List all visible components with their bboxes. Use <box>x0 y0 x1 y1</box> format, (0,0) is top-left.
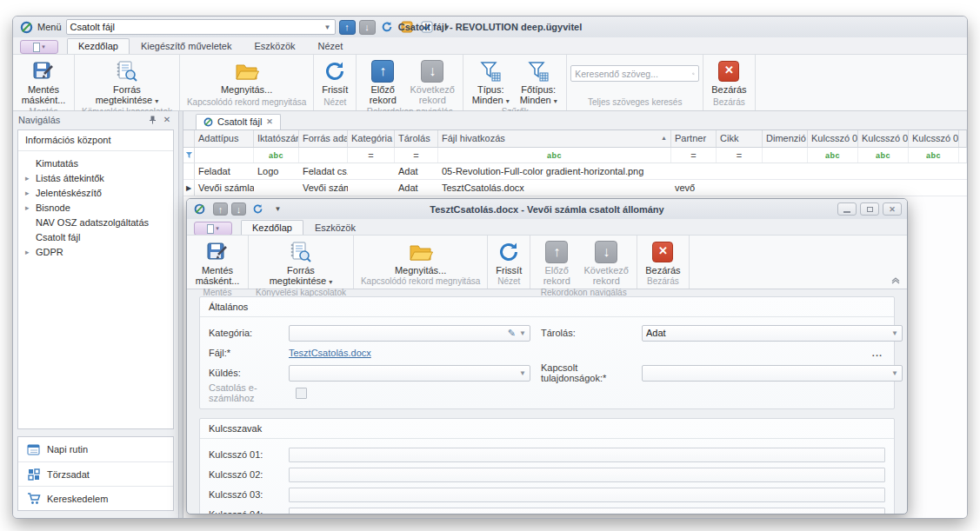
column-header[interactable]: Kulcsszó 01 <box>808 130 858 147</box>
browse-button[interactable]: ... <box>870 348 885 358</box>
pin-button[interactable] <box>146 114 158 126</box>
filter-cell[interactable]: = <box>395 148 438 163</box>
table-row[interactable]: ▶Vevői számlaVevői szám...AdatTesztCsato… <box>183 180 967 196</box>
pencil-icon[interactable]: ✎ <box>508 328 516 339</box>
column-header[interactable]: Dimenzió <box>763 130 808 147</box>
source-view-button[interactable]: Forrás megtekintése ▾ <box>81 57 173 107</box>
expand-arrow-icon[interactable]: ▸ <box>25 248 36 256</box>
dialog-tab-kezdolap[interactable]: Kezdőlap <box>241 220 303 236</box>
keyword-input-02[interactable] <box>289 468 885 482</box>
filter-cell[interactable]: abc <box>254 148 299 163</box>
filter-cell[interactable]: abc <box>858 148 909 163</box>
source-view-button[interactable]: Forrás megtekintése ▾ <box>255 238 347 288</box>
filter-cell[interactable] <box>195 148 254 163</box>
prev-record-button[interactable]: ↑ Előző rekord <box>534 238 579 288</box>
tree-item[interactable]: NAV OSZ adatszolgáltatás <box>18 215 173 229</box>
maintype-filter-button[interactable]: Főtípus: Minden ▾ <box>514 57 563 107</box>
prev-record-button[interactable]: ↑ Előző rekord <box>360 57 405 107</box>
menu-combobox[interactable]: Csatolt fájl ▼ <box>66 19 336 35</box>
next-record-button[interactable]: ↓ Következő rekord <box>579 238 633 288</box>
keyword-input-03[interactable] <box>289 488 885 502</box>
column-header[interactable]: Forrás ada... <box>299 130 348 147</box>
expand-arrow-icon[interactable]: ▸ <box>25 174 36 183</box>
save-as-button[interactable]: Mentés másként... <box>190 238 244 288</box>
sidebar-item-napi-rutin[interactable]: Napi rutin <box>18 437 173 461</box>
tree-item[interactable]: ▸GDPR <box>18 244 173 259</box>
dialog-tab-eszkozok[interactable]: Eszközök <box>303 220 367 236</box>
file-link[interactable]: TesztCsatolás.docx <box>289 348 371 358</box>
column-header[interactable]: Kategória <box>348 130 395 147</box>
file-menu-button[interactable]: ▾ <box>20 40 58 54</box>
filter-cell[interactable]: = <box>671 148 717 163</box>
column-header[interactable]: Cikk <box>717 130 763 147</box>
tab-kezdolap[interactable]: Kezdőlap <box>67 38 130 54</box>
column-header[interactable]: Iktatószám <box>254 130 299 147</box>
column-header[interactable]: Fájl hivatkozás▲ <box>438 130 671 147</box>
next-record-quick-button[interactable]: ↓ <box>359 20 376 35</box>
tree-item[interactable]: ▸Jelentéskészítő <box>18 185 173 200</box>
tab-kiegeszito-muveletek[interactable]: Kiegészítő műveletek <box>130 38 243 54</box>
table-row[interactable]: FeladatLogoFeladat cs...Adat05-Revolutio… <box>183 163 967 180</box>
type-filter-button[interactable]: Típus: Minden ▾ <box>467 57 514 107</box>
tree-item[interactable]: ▸Listás áttekintők <box>18 170 173 185</box>
document-tab-csatolt-fajl[interactable]: Csatolt fájl ✕ <box>196 114 281 129</box>
filter-cell[interactable]: abc <box>438 148 671 163</box>
search-input[interactable] <box>575 69 692 79</box>
column-header[interactable]: Kulcsszó 03 <box>909 130 959 147</box>
sidebar-item-kereskedelem[interactable]: Kereskedelem <box>18 486 173 510</box>
filter-cell[interactable] <box>299 148 348 163</box>
keyword-input-04[interactable] <box>289 508 885 514</box>
refresh-quick-button[interactable] <box>250 202 266 216</box>
toolbar-more-button[interactable]: ▼ <box>439 20 456 35</box>
dialog-close-button[interactable]: ✕ <box>883 202 902 216</box>
ribbon-collapse-button[interactable] <box>891 277 900 286</box>
filter-cell[interactable]: abc <box>909 148 959 163</box>
refresh-quick-button[interactable] <box>379 20 396 35</box>
sidebar-item-törzsadat[interactable]: Törzsadat <box>18 461 173 486</box>
category-combobox[interactable]: ✎ ▼ <box>289 325 530 342</box>
filter-cell[interactable] <box>763 148 808 163</box>
tab-nezet[interactable]: Nézet <box>307 38 355 54</box>
next-record-quick-button[interactable]: ↓ <box>231 202 246 216</box>
expand-arrow-icon[interactable]: ▸ <box>25 203 36 212</box>
refresh-button[interactable]: Frissít <box>491 238 526 276</box>
fulltext-search-box[interactable] <box>570 65 699 82</box>
column-header[interactable]: Partner <box>671 130 717 147</box>
maximize-button[interactable] <box>860 202 879 216</box>
tree-item[interactable]: Kimutatás <box>18 156 173 170</box>
filter-cell[interactable]: = <box>717 148 763 163</box>
column-header[interactable]: Adattípus <box>195 130 254 147</box>
send-combobox[interactable]: ▼ <box>289 365 530 382</box>
einvoice-checkbox[interactable] <box>296 388 307 399</box>
prev-record-quick-button[interactable]: ↑ <box>339 20 356 35</box>
minimize-button[interactable] <box>837 202 857 216</box>
keyword-label: Kulcsszó 03: <box>209 489 289 500</box>
storage-combobox[interactable]: Adat ▼ <box>642 325 903 342</box>
refresh-button[interactable]: Frissít <box>317 57 352 96</box>
linked-props-combobox[interactable]: ▼ <box>642 365 903 382</box>
tree-item[interactable]: Csatolt fájl <box>18 229 173 244</box>
navigation-section-header[interactable]: Információs központ <box>18 130 173 151</box>
toolbar-more-button[interactable]: ▼ <box>270 202 286 216</box>
tree-item[interactable]: ▸Bisnode <box>18 200 173 215</box>
tasks-quick-button[interactable] <box>419 20 436 35</box>
column-header[interactable]: Kulcsszó 02 <box>858 130 909 147</box>
filter-cell[interactable]: abc <box>808 148 858 163</box>
tab-close-icon[interactable]: ✕ <box>266 117 273 126</box>
filter-cell[interactable]: = <box>348 148 395 163</box>
expand-arrow-icon[interactable]: ▸ <box>25 189 36 197</box>
prev-record-quick-button[interactable]: ↑ <box>213 202 228 216</box>
tab-eszkozok[interactable]: Eszközök <box>243 38 306 54</box>
file-menu-button[interactable]: ▾ <box>194 222 232 236</box>
close-button[interactable]: ✕ Bezárás <box>641 238 684 276</box>
close-panel-button[interactable]: ✕ <box>161 114 173 126</box>
open-folder-icon <box>234 58 260 83</box>
column-header[interactable]: Tárolás <box>395 130 438 147</box>
open-button[interactable]: Megnyitás... <box>390 238 450 276</box>
save-quick-button[interactable] <box>399 20 416 35</box>
keyword-input-01[interactable] <box>289 448 885 462</box>
next-record-button[interactable]: ↓ Következő rekord <box>405 57 459 107</box>
close-button[interactable]: ✕ Bezárás <box>707 57 750 96</box>
save-as-button[interactable]: Mentés másként... <box>17 57 70 107</box>
open-button[interactable]: Megnyitás... <box>217 57 277 96</box>
